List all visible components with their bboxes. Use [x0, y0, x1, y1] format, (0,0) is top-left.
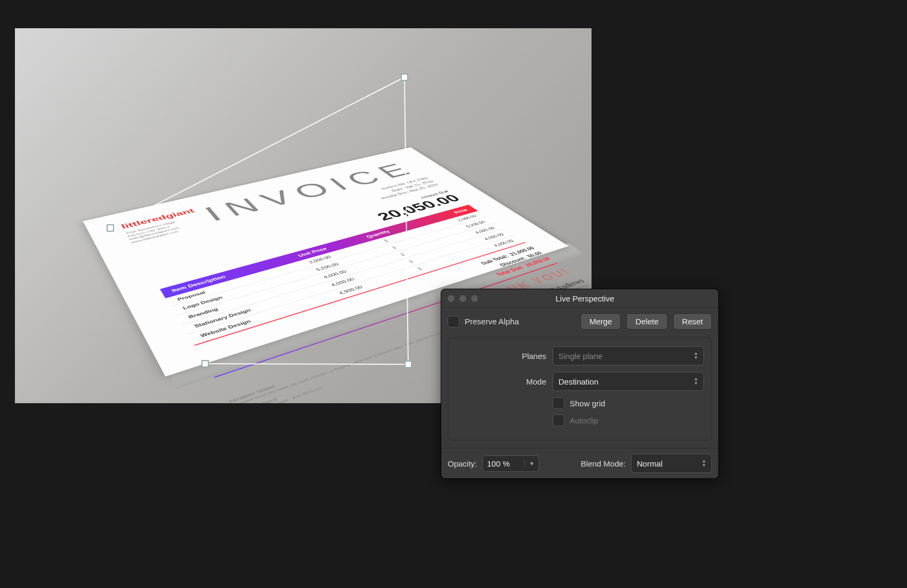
preserve-alpha-checkbox[interactable] [448, 316, 459, 328]
merge-button[interactable]: Merge [580, 313, 621, 330]
mode-select[interactable]: Destination ▲▼ [553, 372, 704, 391]
autoclip-label: Autoclip [570, 416, 598, 425]
stepper-icon: ▲▼ [694, 377, 698, 386]
autoclip-checkbox[interactable] [553, 414, 564, 426]
show-grid-checkbox[interactable] [553, 397, 564, 409]
opacity-label: Opacity: [448, 459, 477, 468]
perspective-handle-left[interactable] [107, 224, 114, 232]
panel-title: Live Perspective [484, 294, 712, 303]
panel-titlebar[interactable]: Live Perspective [441, 289, 718, 308]
blend-mode-select[interactable]: Normal ▲▼ [631, 454, 712, 473]
chevron-down-icon[interactable]: ▼ [524, 461, 539, 467]
blend-mode-label: Blend Mode: [581, 459, 626, 468]
mode-label: Mode [456, 377, 546, 386]
perspective-handle-top[interactable] [401, 74, 408, 81]
perspective-handle-bottom[interactable] [201, 360, 209, 368]
window-zoom-icon[interactable] [471, 295, 478, 302]
delete-button[interactable]: Delete [626, 313, 667, 330]
window-close-icon[interactable] [448, 295, 455, 302]
perspective-handle-right[interactable] [404, 361, 412, 368]
stepper-icon: ▲▼ [694, 352, 698, 360]
preserve-alpha-label: Preserve Alpha [465, 317, 519, 326]
planes-label: Planes [456, 352, 546, 361]
live-perspective-panel: Live Perspective Preserve Alpha Merge De… [441, 289, 719, 479]
stepper-icon: ▲▼ [702, 459, 706, 468]
opacity-combo[interactable]: ▼ [482, 455, 539, 472]
opacity-input[interactable] [483, 456, 524, 471]
reset-button[interactable]: Reset [673, 313, 712, 330]
show-grid-label: Show grid [570, 399, 605, 408]
planes-select[interactable]: Single plane ▲▼ [553, 346, 704, 365]
window-minimize-icon[interactable] [459, 295, 466, 302]
